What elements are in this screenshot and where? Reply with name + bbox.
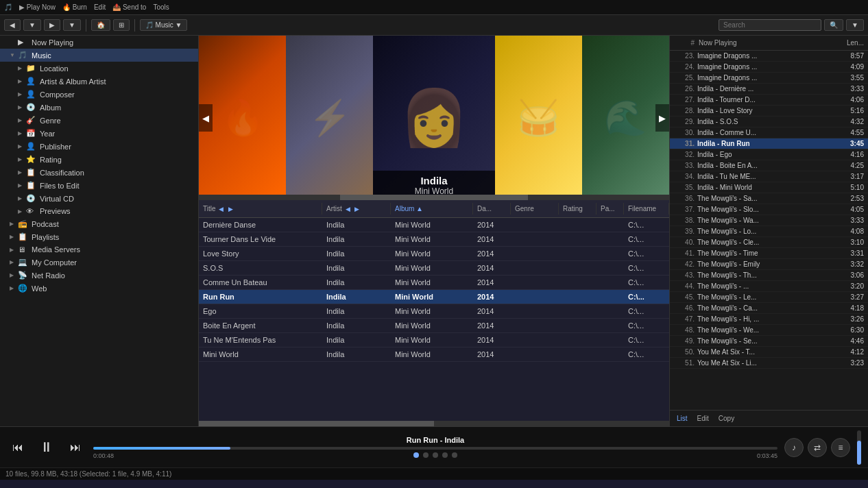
table-row[interactable]: Comme Un Bateau Indila Mini World 2014 C… (199, 276, 669, 290)
th-pa[interactable]: Pa... (596, 203, 624, 215)
search-input[interactable] (719, 19, 821, 31)
list-item[interactable]: 37. The Mowgli's - Slo... 4:05 (670, 204, 868, 215)
list-item[interactable]: 46. The Mowgli's - Ca... 4:18 (670, 303, 868, 314)
sidebar-item-podcast[interactable]: ▶ 📻 Podcast (0, 217, 198, 230)
list-item[interactable]: 48. The Mowgli's - We... 6:30 (670, 325, 868, 336)
list-item[interactable]: 40. The Mowgli's - Cle... 3:10 (670, 237, 868, 248)
th-artist-nav-next[interactable]: ▶ (354, 206, 359, 212)
next-button[interactable]: ⏭ (64, 437, 86, 459)
dot-1[interactable] (413, 452, 419, 458)
list-item[interactable]: 36. The Mowgli's - Sa... 2:53 (670, 193, 868, 204)
search-button[interactable]: 🔍 (824, 19, 843, 31)
menu-play-now[interactable]: ▶ Play Now (19, 3, 56, 11)
progress-bar[interactable] (93, 447, 777, 450)
album-mowglis[interactable]: 🥁 (495, 36, 582, 200)
sidebar-item-media-servers[interactable]: ▶ 🖥 Media Servers (0, 243, 198, 256)
menu-burn[interactable]: 🔥 Burn (62, 3, 87, 11)
tracklist-horizontal-scrollbar[interactable] (199, 421, 669, 426)
list-item[interactable]: 30. Indila - Comme U... 4:55 (670, 127, 868, 138)
list-item[interactable]: 49. The Mowgli's - Se... 4:46 (670, 336, 868, 347)
list-item[interactable]: 28. Indila - Love Story 5:16 (670, 106, 868, 117)
dot-4[interactable] (442, 452, 448, 458)
table-row[interactable]: Tu Ne M'Entends Pas Indila Mini World 20… (199, 333, 669, 347)
view-toggle-button[interactable]: ⊞ (113, 19, 130, 31)
volume-slider[interactable] (857, 430, 861, 465)
list-item[interactable]: 34. Indila - Tu Ne ME... 3:17 (670, 171, 868, 182)
sidebar-item-publisher[interactable]: ▶ 👤 Publisher (0, 140, 198, 153)
list-item[interactable]: 25. Imagine Dragons ... 3:55 (670, 73, 868, 84)
sidebar-item-classification[interactable]: ▶ 📋 Classification (0, 166, 198, 179)
list-item[interactable]: 44. The Mowgli's - ... 3:20 (670, 281, 868, 292)
th-album[interactable]: Album ▲ (391, 203, 473, 215)
th-rating[interactable]: Rating (559, 203, 596, 215)
list-item[interactable]: 51. You Me At Six - Li... 3:23 (670, 358, 868, 369)
th-title-nav-prev[interactable]: ◀ (219, 206, 224, 212)
list-item[interactable]: 32. Indila - Ego 4:16 (670, 149, 868, 160)
lyrics-button[interactable]: ♪ (784, 438, 804, 457)
sidebar-item-playlists[interactable]: ▶ 📋 Playlists (0, 230, 198, 243)
sidebar-item-composer[interactable]: ▶ 👤 Composer (0, 88, 198, 101)
table-row[interactable]: Run Run Indila Mini World 2014 C:\... (199, 290, 669, 304)
list-item[interactable]: 29. Indila - S.O.S 4:32 (670, 117, 868, 127)
th-filename[interactable]: Filename (624, 203, 669, 215)
table-row[interactable]: Dernière Danse Indila Mini World 2014 C:… (199, 218, 669, 232)
table-row[interactable]: Tourner Dans Le Vide Indila Mini World 2… (199, 232, 669, 247)
sidebar-item-now-playing[interactable]: ▶ Now Playing (0, 36, 198, 49)
menu-edit[interactable]: Edit (94, 3, 106, 11)
sidebar-item-genre[interactable]: ▶ 🎸 Genre (0, 114, 198, 127)
list-item[interactable]: 26. Indila - Dernière ... 3:33 (670, 84, 868, 95)
sidebar-item-web[interactable]: ▶ 🌐 Web (0, 282, 198, 295)
forward-button[interactable]: ▶ (44, 19, 60, 31)
strip-scroll-left-button[interactable]: ◀ (199, 104, 213, 132)
pause-button[interactable]: ⏸ (36, 437, 58, 459)
list-item[interactable]: 23. Imagine Dragons ... 8:57 (670, 51, 868, 62)
table-row[interactable]: S.O.S Indila Mini World 2014 C:\... (199, 261, 669, 276)
th-artist[interactable]: Artist ◀ ▶ (322, 203, 391, 215)
list-item[interactable]: 35. Indila - Mini World 5:10 (670, 182, 868, 193)
th-title[interactable]: Title ◀ ▶ (199, 203, 322, 215)
sidebar-item-location[interactable]: ▶ 📁 Location (0, 62, 198, 75)
list-item[interactable]: 43. The Mowgli's - Th... 3:06 (670, 270, 868, 281)
sidebar-item-year[interactable]: ▶ 📅 Year (0, 127, 198, 140)
dot-5[interactable] (452, 452, 457, 458)
table-row[interactable]: Love Story Indila Mini World 2014 C:\... (199, 247, 669, 261)
home-button[interactable]: 🏠 (91, 19, 110, 31)
th-artist-nav-prev[interactable]: ◀ (346, 206, 350, 212)
search-options-button[interactable]: ▼ (846, 19, 864, 31)
sidebar-item-my-computer[interactable]: ▶ 💻 My Computer (0, 256, 198, 269)
sidebar-item-previews[interactable]: ▶ 👁 Previews (0, 205, 198, 217)
playlist-button[interactable]: ≡ (831, 438, 850, 457)
list-item[interactable]: 47. The Mowgli's - Hi, ... 3:26 (670, 314, 868, 325)
th-date[interactable]: Da... (473, 203, 511, 215)
list-item[interactable]: 39. The Mowgli's - Lo... 4:08 (670, 226, 868, 237)
sidebar-item-virtual-cd[interactable]: ▶ 💿 Virtual CD (0, 192, 198, 205)
table-row[interactable]: Mini World Indila Mini World 2014 C:\... (199, 347, 669, 362)
np-copy-button[interactable]: Copy (716, 413, 737, 424)
np-list-button[interactable]: List (674, 413, 690, 424)
shuffle-button[interactable]: ⇄ (808, 438, 827, 457)
dot-3[interactable] (433, 452, 438, 458)
list-item[interactable]: 33. Indila - Boite En A... 4:25 (670, 160, 868, 171)
list-item[interactable]: 27. Indila - Tourner D... 4:06 (670, 95, 868, 106)
dot-2[interactable] (423, 452, 429, 458)
sidebar-item-files-to-edit[interactable]: ▶ 📋 Files to Edit (0, 179, 198, 192)
th-title-nav-next[interactable]: ▶ (228, 206, 233, 212)
table-row[interactable]: Ego Indila Mini World 2014 C:\... (199, 304, 669, 319)
list-item[interactable]: 38. The Mowgli's - Wa... 3:33 (670, 215, 868, 226)
list-item[interactable]: 45. The Mowgli's - Le... 3:27 (670, 292, 868, 303)
sidebar-item-music[interactable]: ▼ 🎵 Music (0, 49, 198, 62)
th-genre[interactable]: Genre (511, 203, 559, 215)
strip-scroll-right-button[interactable]: ▶ (655, 104, 669, 132)
sidebar-item-artist-album[interactable]: ▶ 👤 Artist & Album Artist (0, 75, 198, 88)
album-strip-scrollbar[interactable] (199, 195, 669, 200)
np-edit-button[interactable]: Edit (695, 413, 712, 424)
back-button[interactable]: ◀ (4, 19, 21, 31)
sidebar-item-rating[interactable]: ▶ ⭐ Rating (0, 153, 198, 166)
menu-send-to[interactable]: 📤 Send to (112, 3, 146, 11)
menu-tools[interactable]: Tools (153, 3, 169, 11)
table-row[interactable]: Boite En Argent Indila Mini World 2014 C… (199, 319, 669, 333)
album-imagine-dragons[interactable]: ⚡ (286, 36, 373, 200)
list-item[interactable]: 31. Indila - Run Run 3:45 (670, 138, 868, 149)
list-item[interactable]: 24. Imagine Dragons ... 4:09 (670, 62, 868, 73)
sidebar-item-album[interactable]: ▶ 💿 Album (0, 101, 198, 114)
